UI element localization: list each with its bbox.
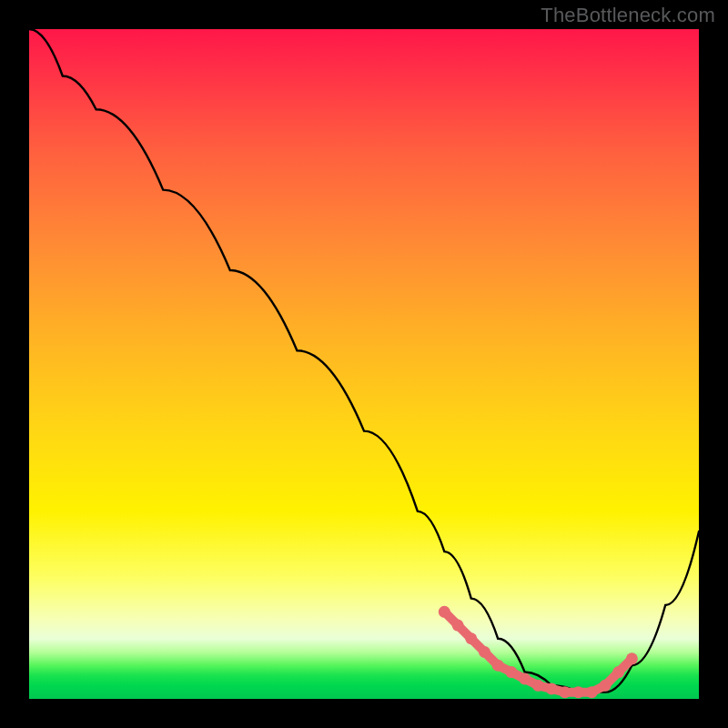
- marker-dot: [626, 652, 638, 664]
- marker-dot: [546, 682, 558, 694]
- attribution-label: TheBottleneck.com: [541, 4, 715, 27]
- marker-dot: [465, 632, 477, 644]
- marker-dot: [519, 672, 531, 684]
- marker-dot: [492, 660, 504, 672]
- marker-dot: [452, 620, 464, 632]
- marker-dot: [612, 666, 624, 678]
- chart-plot-area: [29, 29, 699, 699]
- chart-svg: [29, 29, 699, 699]
- marker-dot: [532, 680, 544, 692]
- marker-dot: [439, 606, 450, 618]
- marker-dot: [586, 686, 598, 698]
- marker-segment: [444, 612, 632, 692]
- marker-dot: [505, 666, 517, 678]
- marker-dot: [599, 680, 611, 692]
- marker-dot: [479, 646, 490, 658]
- marker-dot: [559, 686, 571, 698]
- marker-group: [439, 606, 638, 698]
- chart-frame: TheBottleneck.com: [0, 0, 728, 728]
- curve-line: [29, 29, 699, 693]
- marker-dot: [572, 686, 584, 698]
